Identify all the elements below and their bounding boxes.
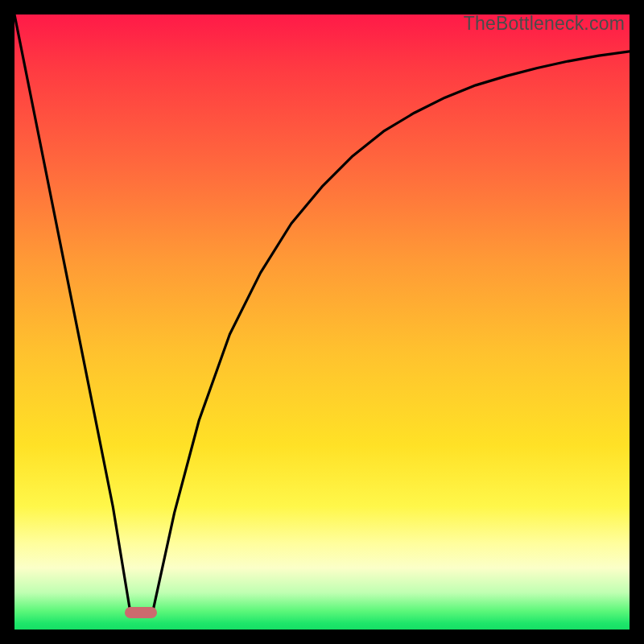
curve-left-branch: [14, 14, 130, 611]
plot-area: TheBottleneck.com: [14, 14, 630, 630]
watermark-text: TheBottleneck.com: [464, 14, 625, 35]
vertex-marker: [125, 607, 157, 618]
bottleneck-curve: [14, 14, 630, 630]
chart-frame: TheBottleneck.com: [0, 0, 644, 644]
curve-right-branch: [153, 52, 630, 611]
